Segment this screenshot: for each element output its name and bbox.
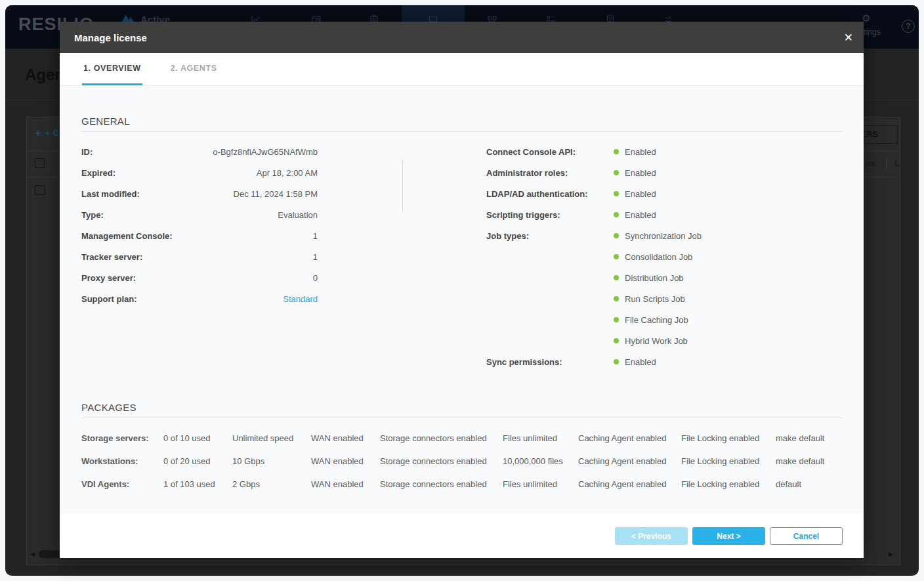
package-cell: File Locking enabled xyxy=(681,433,759,442)
field-label: Support plan: xyxy=(81,294,137,304)
field-label: Tracker server: xyxy=(81,252,142,262)
tab-agents[interactable]: 2. AGENTS xyxy=(169,53,219,85)
package-cell: File Locking enabled xyxy=(681,479,759,488)
package-row: Storage servers: 0 of 10 used Unlimited … xyxy=(60,426,864,449)
package-cell: 2 Gbps xyxy=(232,479,260,488)
field-value: Dec 11, 2024 1:58 PM xyxy=(234,189,318,199)
enabled-dot-icon xyxy=(614,149,619,154)
package-cell: Caching Agent enabled xyxy=(578,479,666,488)
job-type-item: Hybrid Work Job xyxy=(486,330,841,351)
package-cell: Caching Agent enabled xyxy=(578,433,666,442)
general-section-heading: GENERAL xyxy=(81,116,130,127)
field-row: Last modified: Dec 11, 2024 1:58 PM xyxy=(81,183,318,204)
package-cell: Files unlimited xyxy=(503,479,557,488)
package-cell: 1 of 103 used xyxy=(163,479,215,488)
next-button[interactable]: Next > xyxy=(692,527,765,545)
field-value: 0 xyxy=(313,273,318,283)
scroll-left-icon[interactable]: ◀ xyxy=(30,551,35,557)
field-row: Sync permissions: Enabled xyxy=(486,351,841,372)
modal-close-button[interactable]: ✕ xyxy=(844,22,853,53)
cancel-button[interactable]: Cancel xyxy=(770,527,843,545)
manage-license-modal: Manage license ✕ 1. OVERVIEW 2. AGENTS G… xyxy=(60,22,864,558)
package-cell: 10,000,000 files xyxy=(503,456,563,465)
job-type-value: Hybrid Work Job xyxy=(625,336,688,346)
package-cell: 0 of 10 used xyxy=(163,433,211,442)
previous-button[interactable]: < Previous xyxy=(615,527,688,545)
package-row: Workstations: 0 of 20 used 10 Gbps WAN e… xyxy=(60,449,864,472)
enabled-dot-icon xyxy=(614,191,619,196)
field-row: Management Console: 1 xyxy=(81,225,318,246)
support-plan-link[interactable]: Standard xyxy=(283,294,318,304)
package-cell: WAN enabled xyxy=(311,433,364,442)
field-value: Enabled xyxy=(625,189,656,199)
tab-overview[interactable]: 1. OVERVIEW xyxy=(82,53,142,85)
make-default-link[interactable]: make default xyxy=(776,433,824,442)
package-cell: WAN enabled xyxy=(311,456,364,465)
row-checkbox[interactable] xyxy=(35,185,45,195)
enabled-dot-icon xyxy=(614,338,619,343)
field-label: Connect Console API: xyxy=(486,147,614,157)
column-header-fragment: ns xyxy=(866,158,875,168)
field-label: Sync permissions: xyxy=(486,357,614,367)
field-row: Tracker server: 1 xyxy=(81,246,318,267)
packages-table: Storage servers: 0 of 10 used Unlimited … xyxy=(60,426,864,495)
package-row: VDI Agents: 1 of 103 used 2 Gbps WAN ena… xyxy=(60,472,864,495)
enabled-dot-icon xyxy=(614,170,619,175)
modal-tab-bar: 1. OVERVIEW 2. AGENTS xyxy=(60,53,864,86)
job-type-item: Distribution Job xyxy=(486,267,841,288)
column-divider xyxy=(402,160,403,212)
field-row: Proxy server: 0 xyxy=(81,267,318,288)
package-cell: Files unlimited xyxy=(503,433,557,442)
field-label: Management Console: xyxy=(81,231,173,241)
package-cell: 10 Gbps xyxy=(232,456,264,465)
field-value: Apr 18, 2:00 AM xyxy=(257,168,318,178)
job-type-item: File Caching Job xyxy=(486,309,841,330)
job-type-item: Consolidation Job xyxy=(486,246,841,267)
job-type-value: Distribution Job xyxy=(625,273,684,283)
scroll-right-icon[interactable]: ▶ xyxy=(889,551,893,557)
field-value: o-Bgfz8nfiAJwG65NAfWmb xyxy=(213,147,318,157)
enabled-dot-icon xyxy=(614,212,619,217)
field-value: Enabled xyxy=(625,357,656,367)
select-all-checkbox[interactable] xyxy=(35,158,45,168)
field-label: Scripting triggers: xyxy=(486,210,614,220)
field-value: Evaluation xyxy=(278,210,318,220)
package-cell: Unlimited speed xyxy=(232,433,293,442)
field-label: Last modified: xyxy=(81,189,140,199)
help-icon[interactable]: ? xyxy=(902,20,915,33)
package-cell: Caching Agent enabled xyxy=(578,456,666,465)
field-label: Type: xyxy=(81,210,104,220)
general-left-column: ID: o-Bgfz8nfiAJwG65NAfWmb Expired: Apr … xyxy=(81,141,318,309)
field-row: Expired: Apr 18, 2:00 AM xyxy=(81,162,318,183)
make-default-link[interactable]: make default xyxy=(776,456,824,465)
field-row: Type: Evaluation xyxy=(81,204,318,225)
enabled-dot-icon xyxy=(614,317,619,322)
column-separator xyxy=(886,158,887,171)
field-value: Enabled xyxy=(625,147,656,157)
modal-title: Manage license xyxy=(74,32,147,43)
column-header-fragment: L xyxy=(894,158,900,168)
job-type-value: Run Scripts Job xyxy=(625,294,685,304)
enabled-dot-icon xyxy=(614,233,619,238)
modal-header: Manage license ✕ xyxy=(60,22,864,53)
field-label: Administrator roles: xyxy=(486,168,614,178)
job-type-value: File Caching Job xyxy=(625,315,688,325)
field-value: 1 xyxy=(313,231,318,241)
field-row: Administrator roles: Enabled xyxy=(486,162,841,183)
field-label: LDAP/AD authentication: xyxy=(486,189,614,199)
package-cell: Storage connectors enabled xyxy=(380,479,487,488)
field-label: ID: xyxy=(81,147,93,157)
package-cell: 0 of 20 used xyxy=(163,456,211,465)
enabled-dot-icon xyxy=(614,296,619,301)
modal-footer: < Previous Next > Cancel xyxy=(60,514,864,558)
close-icon: ✕ xyxy=(844,31,853,45)
field-row: ID: o-Bgfz8nfiAJwG65NAfWmb xyxy=(81,141,318,162)
default-badge: default xyxy=(776,479,801,488)
plus-icon: + xyxy=(35,127,41,140)
field-row: LDAP/AD authentication: Enabled xyxy=(486,183,841,204)
field-value: Enabled xyxy=(625,168,656,178)
field-label: Proxy server: xyxy=(81,273,136,283)
package-label: Storage servers: xyxy=(81,433,149,442)
job-type-item: Job types: Synchronization Job xyxy=(486,225,841,246)
package-cell: Storage connectors enabled xyxy=(380,433,487,442)
